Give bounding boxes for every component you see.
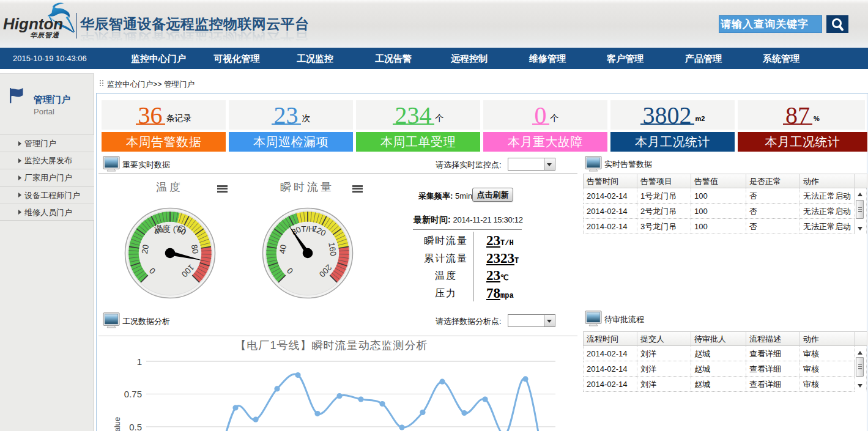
svg-text:40: 40: [278, 244, 288, 254]
svg-text:温度 (℃): 温度 (℃): [154, 224, 186, 234]
svg-text:80: 80: [190, 244, 200, 254]
svg-text:T/H: T/H: [301, 224, 314, 234]
svg-text:20: 20: [140, 244, 150, 254]
